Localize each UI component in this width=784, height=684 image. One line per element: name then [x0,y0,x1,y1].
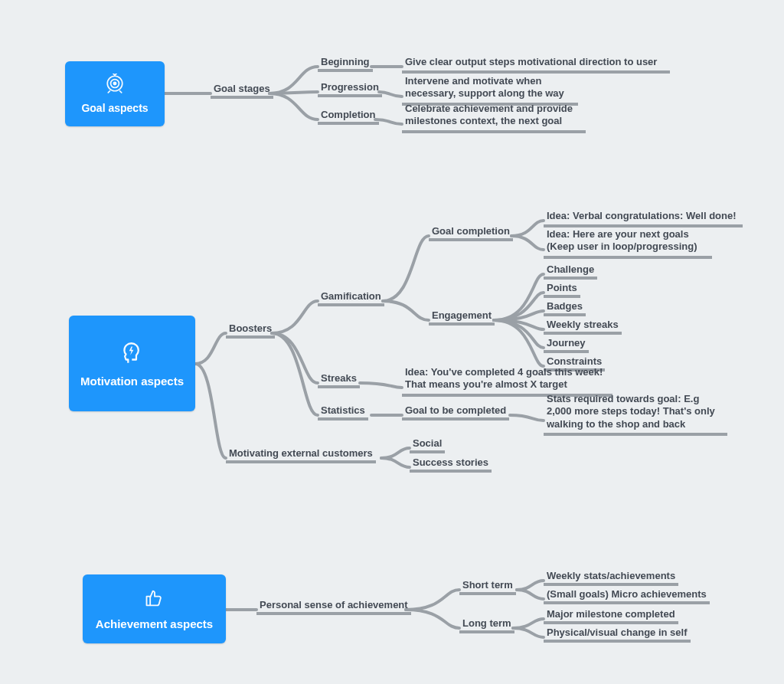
stat-desc: Stats required towards goal: E.g 2,000 m… [544,393,727,436]
completion-node: Completion [318,109,379,125]
boosters-node: Boosters [226,322,275,339]
progression-node: Progression [318,81,382,97]
short-small: (Small goals) Micro achievements [544,588,710,604]
goal-aspects-title: Goal aspects [81,102,148,114]
target-icon [105,74,125,96]
short-term-node: Short term [459,579,516,595]
engagement-node: Engagement [429,309,495,326]
beginning-node: Beginning [318,56,373,72]
streaks-desc: Idea: You've completed 4 goals this week… [402,366,612,397]
completion-desc: Celebrate achievement and provide milest… [402,103,586,133]
mec-node: Motivating external customers [226,447,376,463]
eng-points: Points [544,282,580,298]
goal-stages-node: Goal stages [211,83,273,99]
head-lightning-icon [119,340,145,368]
streaks-node: Streaks [318,372,360,388]
goal-aspects-root: Goal aspects [65,61,165,126]
svg-point-2 [113,82,116,84]
motivation-aspects-title: Motivation aspects [80,375,184,388]
short-weekly: Weekly stats/achievements [544,570,678,586]
eng-challenge: Challenge [544,263,597,280]
achievement-aspects-title: Achievement aspects [96,617,213,630]
gamification-node: Gamification [318,290,384,306]
statistics-node: Statistics [318,404,368,421]
beginning-desc: Give clear output steps motivational dir… [402,56,670,74]
gc-idea1: Idea: Verbal congratulations: Well done! [544,210,743,227]
goal-completion-node: Goal completion [429,225,513,241]
psa-node: Personal sense of achievement [256,599,411,615]
eng-weekly: Weekly streaks [544,319,622,335]
stat-gtbc: Goal to be completed [402,404,509,421]
eng-badges: Badges [544,300,586,316]
mec-social: Social [410,437,445,453]
long-term-node: Long term [459,617,514,633]
progression-desc: Intervene and motivate when necessary, s… [402,75,578,106]
eng-journey: Journey [544,337,589,353]
thumbs-up-icon [144,587,165,611]
achievement-aspects-root: Achievement aspects [83,574,226,643]
mec-success: Success stories [410,457,492,473]
gc-idea2: Idea: Here are your next goals (Keep use… [544,228,712,259]
long-physical: Physical/visual change in self [544,627,691,643]
long-major: Major milestone completed [544,608,678,624]
motivation-aspects-root: Motivation aspects [69,316,195,411]
